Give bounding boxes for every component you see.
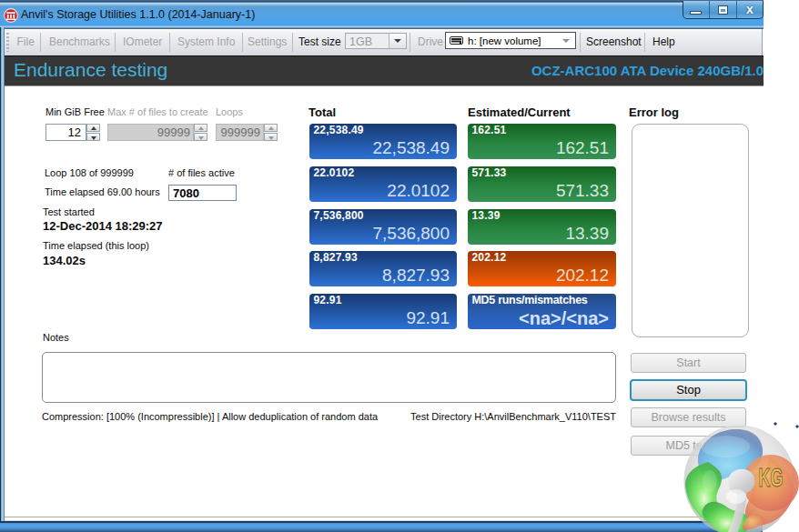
svg-text:KG: KG <box>759 463 784 492</box>
